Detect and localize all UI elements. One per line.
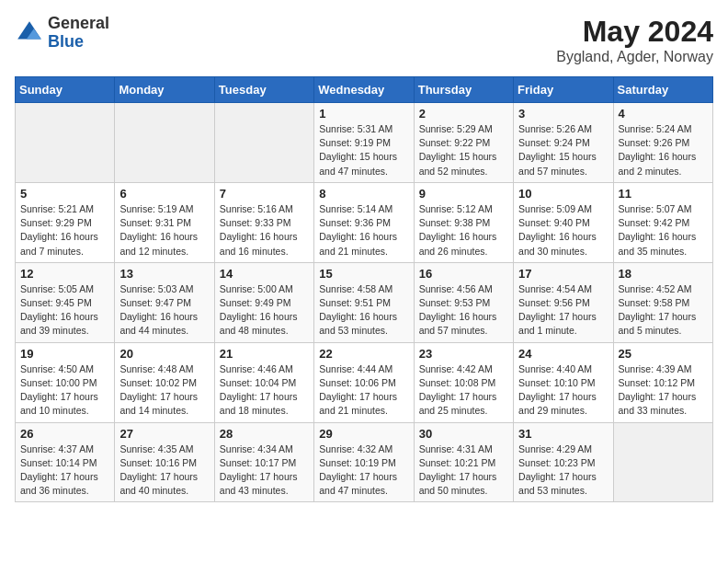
weekday-header-thursday: Thursday: [414, 77, 513, 103]
day-number: 20: [119, 347, 209, 361]
day-info: Sunrise: 5:16 AM Sunset: 9:33 PM Dayligh…: [220, 202, 309, 259]
day-number: 4: [619, 107, 708, 121]
day-info: Sunrise: 5:21 AM Sunset: 9:29 PM Dayligh…: [20, 202, 109, 259]
logo-icon: [15, 18, 44, 48]
calendar-cell: 12Sunrise: 5:05 AM Sunset: 9:45 PM Dayli…: [16, 262, 115, 342]
calendar-week-row: 26Sunrise: 4:37 AM Sunset: 10:14 PM Dayl…: [16, 422, 713, 502]
calendar-body: 1Sunrise: 5:31 AM Sunset: 9:19 PM Daylig…: [16, 103, 713, 502]
day-info: Sunrise: 5:19 AM Sunset: 9:31 PM Dayligh…: [119, 202, 209, 259]
calendar-cell: 8Sunrise: 5:14 AM Sunset: 9:36 PM Daylig…: [314, 182, 414, 262]
day-info: Sunrise: 4:29 AM Sunset: 10:23 PM Daylig…: [518, 442, 608, 499]
day-info: Sunrise: 4:46 AM Sunset: 10:04 PM Daylig…: [220, 362, 309, 419]
day-info: Sunrise: 4:48 AM Sunset: 10:02 PM Daylig…: [119, 362, 209, 419]
calendar-cell: 9Sunrise: 5:12 AM Sunset: 9:38 PM Daylig…: [414, 182, 513, 262]
calendar-cell: 19Sunrise: 4:50 AM Sunset: 10:00 PM Dayl…: [16, 342, 115, 422]
logo-general-text: General: [48, 14, 109, 32]
calendar-cell: 15Sunrise: 4:58 AM Sunset: 9:51 PM Dayli…: [314, 262, 414, 342]
calendar-cell: 17Sunrise: 4:54 AM Sunset: 9:56 PM Dayli…: [514, 262, 613, 342]
calendar-cell: 6Sunrise: 5:19 AM Sunset: 9:31 PM Daylig…: [115, 182, 214, 262]
day-info: Sunrise: 5:14 AM Sunset: 9:36 PM Dayligh…: [319, 202, 408, 259]
day-number: 12: [20, 267, 109, 281]
day-number: 19: [20, 347, 109, 361]
day-info: Sunrise: 4:35 AM Sunset: 10:16 PM Daylig…: [119, 442, 209, 499]
day-number: 18: [619, 267, 708, 281]
weekday-header-friday: Friday: [514, 77, 613, 103]
logo-blue-text: Blue: [48, 32, 84, 51]
calendar-cell: 3Sunrise: 5:26 AM Sunset: 9:24 PM Daylig…: [514, 103, 613, 183]
day-number: 24: [518, 347, 608, 361]
day-info: Sunrise: 4:54 AM Sunset: 9:56 PM Dayligh…: [518, 282, 608, 339]
day-info: Sunrise: 4:40 AM Sunset: 10:10 PM Daylig…: [518, 362, 608, 419]
day-number: 28: [220, 427, 309, 441]
calendar-week-row: 12Sunrise: 5:05 AM Sunset: 9:45 PM Dayli…: [16, 262, 713, 342]
calendar-cell: [115, 103, 214, 183]
day-number: 8: [319, 187, 408, 201]
day-info: Sunrise: 4:52 AM Sunset: 9:58 PM Dayligh…: [619, 282, 708, 339]
day-number: 29: [319, 427, 408, 441]
calendar-cell: 23Sunrise: 4:42 AM Sunset: 10:08 PM Dayl…: [414, 342, 513, 422]
calendar-week-row: 5Sunrise: 5:21 AM Sunset: 9:29 PM Daylig…: [16, 182, 713, 262]
day-number: 1: [319, 107, 408, 121]
calendar-cell: 4Sunrise: 5:24 AM Sunset: 9:26 PM Daylig…: [613, 103, 712, 183]
calendar-title: May 2024: [556, 15, 713, 49]
calendar-cell: 5Sunrise: 5:21 AM Sunset: 9:29 PM Daylig…: [16, 182, 115, 262]
calendar-cell: 22Sunrise: 4:44 AM Sunset: 10:06 PM Dayl…: [314, 342, 414, 422]
calendar-cell: 18Sunrise: 4:52 AM Sunset: 9:58 PM Dayli…: [613, 262, 712, 342]
day-number: 13: [119, 267, 209, 281]
day-number: 17: [518, 267, 608, 281]
calendar-table: SundayMondayTuesdayWednesdayThursdayFrid…: [15, 76, 713, 502]
weekday-header-monday: Monday: [115, 77, 214, 103]
calendar-cell: 11Sunrise: 5:07 AM Sunset: 9:42 PM Dayli…: [613, 182, 712, 262]
day-number: 30: [419, 427, 508, 441]
day-number: 7: [220, 187, 309, 201]
day-info: Sunrise: 4:42 AM Sunset: 10:08 PM Daylig…: [419, 362, 508, 419]
day-info: Sunrise: 4:56 AM Sunset: 9:53 PM Dayligh…: [419, 282, 508, 339]
logo: General Blue: [15, 15, 109, 52]
calendar-week-row: 19Sunrise: 4:50 AM Sunset: 10:00 PM Dayl…: [16, 342, 713, 422]
day-number: 14: [220, 267, 309, 281]
day-number: 16: [419, 267, 508, 281]
day-info: Sunrise: 4:39 AM Sunset: 10:12 PM Daylig…: [619, 362, 708, 419]
calendar-cell: 29Sunrise: 4:32 AM Sunset: 10:19 PM Dayl…: [314, 422, 414, 502]
day-info: Sunrise: 4:58 AM Sunset: 9:51 PM Dayligh…: [319, 282, 408, 339]
calendar-cell: 30Sunrise: 4:31 AM Sunset: 10:21 PM Dayl…: [414, 422, 513, 502]
day-number: 23: [419, 347, 508, 361]
calendar-cell: 1Sunrise: 5:31 AM Sunset: 9:19 PM Daylig…: [314, 103, 414, 183]
day-info: Sunrise: 5:05 AM Sunset: 9:45 PM Dayligh…: [20, 282, 109, 339]
day-info: Sunrise: 5:29 AM Sunset: 9:22 PM Dayligh…: [419, 122, 508, 178]
day-info: Sunrise: 5:09 AM Sunset: 9:40 PM Dayligh…: [518, 202, 608, 259]
calendar-week-row: 1Sunrise: 5:31 AM Sunset: 9:19 PM Daylig…: [16, 103, 713, 183]
calendar-cell: 31Sunrise: 4:29 AM Sunset: 10:23 PM Dayl…: [514, 422, 613, 502]
page-header: General Blue May 2024 Bygland, Agder, No…: [15, 15, 713, 65]
day-number: 6: [119, 187, 209, 201]
calendar-subtitle: Bygland, Agder, Norway: [556, 49, 713, 65]
day-number: 10: [518, 187, 608, 201]
calendar-cell: [613, 422, 712, 502]
weekday-header-wednesday: Wednesday: [314, 77, 414, 103]
day-info: Sunrise: 5:24 AM Sunset: 9:26 PM Dayligh…: [619, 122, 708, 178]
calendar-cell: 14Sunrise: 5:00 AM Sunset: 9:49 PM Dayli…: [214, 262, 313, 342]
day-info: Sunrise: 4:37 AM Sunset: 10:14 PM Daylig…: [20, 442, 109, 499]
day-number: 2: [419, 107, 508, 121]
calendar-cell: [214, 103, 313, 183]
day-info: Sunrise: 4:31 AM Sunset: 10:21 PM Daylig…: [419, 442, 508, 499]
day-info: Sunrise: 5:03 AM Sunset: 9:47 PM Dayligh…: [119, 282, 209, 339]
day-number: 3: [518, 107, 608, 121]
weekday-header-sunday: Sunday: [16, 77, 115, 103]
day-number: 11: [619, 187, 708, 201]
day-info: Sunrise: 5:07 AM Sunset: 9:42 PM Dayligh…: [619, 202, 708, 259]
weekday-header-saturday: Saturday: [613, 77, 712, 103]
calendar-cell: 21Sunrise: 4:46 AM Sunset: 10:04 PM Dayl…: [214, 342, 313, 422]
day-number: 31: [518, 427, 608, 441]
calendar-cell: 10Sunrise: 5:09 AM Sunset: 9:40 PM Dayli…: [514, 182, 613, 262]
weekday-header-row: SundayMondayTuesdayWednesdayThursdayFrid…: [16, 77, 713, 103]
day-info: Sunrise: 5:31 AM Sunset: 9:19 PM Dayligh…: [319, 122, 408, 178]
day-info: Sunrise: 4:34 AM Sunset: 10:17 PM Daylig…: [220, 442, 309, 499]
day-number: 21: [220, 347, 309, 361]
day-info: Sunrise: 5:00 AM Sunset: 9:49 PM Dayligh…: [220, 282, 309, 339]
calendar-header: SundayMondayTuesdayWednesdayThursdayFrid…: [16, 77, 713, 103]
calendar-cell: 2Sunrise: 5:29 AM Sunset: 9:22 PM Daylig…: [414, 103, 513, 183]
day-number: 15: [319, 267, 408, 281]
calendar-cell: 20Sunrise: 4:48 AM Sunset: 10:02 PM Dayl…: [115, 342, 214, 422]
calendar-cell: 25Sunrise: 4:39 AM Sunset: 10:12 PM Dayl…: [613, 342, 712, 422]
